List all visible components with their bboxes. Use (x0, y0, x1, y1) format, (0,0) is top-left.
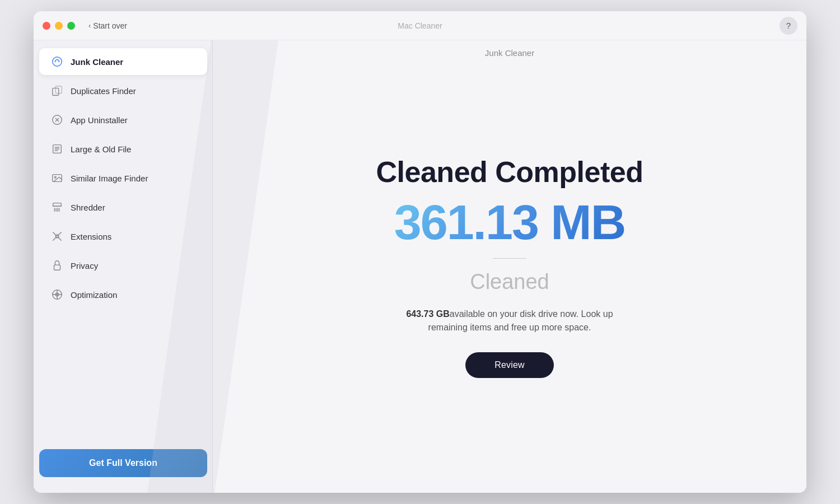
content-area: Junk Cleaner Cleaned Completed 361.13 MB… (213, 40, 806, 493)
minimize-button[interactable] (55, 22, 63, 30)
sidebar-item-label-duplicates-finder: Duplicates Finder (71, 86, 136, 96)
cleaned-label: Cleaned (470, 270, 549, 294)
titlebar: ‹ Start over Mac Cleaner ? (34, 11, 806, 40)
sidebar-item-label-similar-image-finder: Similar Image Finder (71, 174, 148, 183)
extensions-icon (50, 230, 64, 243)
sidebar-item-shredder[interactable]: Shredder (39, 194, 207, 221)
disk-info: 643.73 GBavailable on your disk drive no… (392, 307, 627, 334)
start-over-button[interactable]: ‹ Start over (88, 21, 127, 30)
optimization-icon (50, 288, 64, 301)
svg-rect-12 (53, 203, 62, 207)
privacy-icon (50, 259, 64, 272)
app-title: Mac Cleaner (398, 21, 442, 30)
fullscreen-button[interactable] (67, 22, 75, 30)
app-window: ‹ Start over Mac Cleaner ? Junk Cleaner … (34, 11, 806, 493)
svg-point-11 (54, 176, 56, 178)
disk-info-text: available on your disk drive now. Look u… (428, 309, 613, 332)
sidebar-item-label-junk-cleaner: Junk Cleaner (71, 57, 123, 67)
help-button[interactable]: ? (780, 17, 797, 35)
sidebar-item-duplicates-finder[interactable]: Duplicates Finder (39, 77, 207, 104)
close-button[interactable] (43, 22, 50, 30)
svg-point-18 (55, 235, 59, 238)
sidebar-item-similar-image-finder[interactable]: Similar Image Finder (39, 165, 207, 192)
divider (493, 258, 526, 259)
sidebar-item-label-large-old-file: Large & Old File (71, 144, 131, 154)
sidebar-item-label-optimization: Optimization (71, 290, 117, 300)
cleaned-heading: Cleaned Completed (376, 155, 643, 189)
sidebar-item-app-uninstaller[interactable]: App Uninstaller (39, 106, 207, 133)
duplicates-finder-icon (50, 84, 64, 97)
junk-cleaner-icon (50, 55, 64, 68)
sidebar-item-label-shredder: Shredder (71, 203, 105, 212)
chevron-left-icon: ‹ (88, 21, 91, 30)
sidebar-item-large-old-file[interactable]: Large & Old File (39, 136, 207, 162)
page-header: Junk Cleaner (213, 40, 806, 66)
shredder-icon (50, 200, 64, 214)
review-button[interactable]: Review (465, 352, 554, 378)
traffic-lights (43, 22, 75, 30)
result-panel: Cleaned Completed 361.13 MB Cleaned 643.… (376, 155, 643, 378)
main-area: Junk Cleaner Duplicates Finder App Unins… (34, 40, 806, 493)
disk-size-bold: 643.73 GB (406, 309, 449, 319)
sidebar-item-junk-cleaner[interactable]: Junk Cleaner (39, 48, 207, 75)
start-over-label: Start over (93, 21, 127, 30)
large-old-file-icon (50, 142, 64, 156)
svg-rect-19 (54, 265, 60, 270)
sidebar-item-label-privacy: Privacy (71, 261, 98, 270)
similar-image-finder-icon (50, 171, 64, 185)
cleaned-size: 361.13 MB (394, 198, 625, 247)
sidebar-item-label-extensions: Extensions (71, 232, 111, 241)
sidebar-item-label-app-uninstaller: App Uninstaller (71, 115, 128, 125)
svg-point-0 (53, 57, 62, 67)
app-uninstaller-icon (50, 113, 64, 127)
